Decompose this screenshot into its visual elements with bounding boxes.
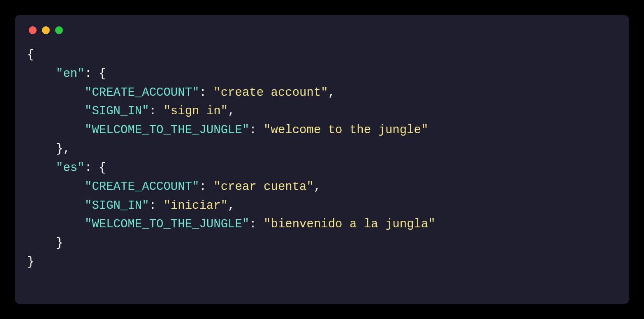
- colon: :: [199, 86, 213, 99]
- comma: ,: [228, 199, 235, 213]
- code-line: "WELCOME_TO_THE_JUNGLE": "welcome to the…: [27, 121, 617, 140]
- json-key-create-account: "CREATE_ACCOUNT": [85, 180, 199, 194]
- json-key-en: "en": [56, 67, 85, 81]
- comma: ,: [228, 104, 235, 118]
- json-key-welcome: "WELCOME_TO_THE_JUNGLE": [85, 217, 249, 231]
- colon-open: : {: [85, 161, 106, 175]
- close-icon[interactable]: [29, 26, 37, 34]
- colon: :: [149, 104, 164, 118]
- minimize-icon[interactable]: [42, 26, 50, 34]
- code-line: }: [27, 234, 617, 253]
- colon: :: [149, 199, 164, 213]
- code-window: { "en": { "CREATE_ACCOUNT": "create acco…: [15, 15, 629, 304]
- json-key-sign-in: "SIGN_IN": [85, 199, 149, 213]
- window-titlebar: [27, 24, 617, 46]
- brace-close-comma: },: [56, 142, 70, 156]
- code-line: "CREATE_ACCOUNT": "create account",: [27, 83, 617, 102]
- code-line: "WELCOME_TO_THE_JUNGLE": "bienvenido a l…: [27, 215, 617, 234]
- json-key-es: "es": [56, 161, 85, 175]
- code-line: "SIGN_IN": "iniciar",: [27, 196, 617, 215]
- brace-close: }: [56, 236, 63, 250]
- colon: :: [199, 180, 213, 194]
- code-line: "CREATE_ACCOUNT": "crear cuenta",: [27, 178, 617, 196]
- brace-open: {: [27, 48, 34, 62]
- json-value: "iniciar": [163, 199, 228, 213]
- colon-open: : {: [85, 67, 106, 81]
- json-value: "create account": [213, 86, 328, 99]
- json-key-welcome: "WELCOME_TO_THE_JUNGLE": [85, 123, 249, 137]
- colon: :: [249, 123, 264, 137]
- brace-close: }: [27, 255, 34, 269]
- code-line: }: [27, 253, 617, 272]
- code-line: },: [27, 140, 617, 159]
- code-line: {: [27, 46, 617, 65]
- json-key-create-account: "CREATE_ACCOUNT": [85, 86, 199, 99]
- json-key-sign-in: "SIGN_IN": [85, 104, 149, 118]
- maximize-icon[interactable]: [55, 26, 63, 34]
- code-line: "SIGN_IN": "sign in",: [27, 102, 617, 121]
- json-value: "welcome to the jungle": [264, 123, 428, 137]
- comma: ,: [328, 86, 335, 99]
- code-line: "en": {: [27, 65, 617, 83]
- code-line: "es": {: [27, 159, 617, 178]
- json-value: "bienvenido a la jungla": [264, 217, 436, 231]
- code-block: { "en": { "CREATE_ACCOUNT": "create acco…: [27, 46, 617, 272]
- json-value: "sign in": [163, 104, 228, 118]
- json-value: "crear cuenta": [213, 180, 314, 194]
- comma: ,: [314, 180, 321, 194]
- colon: :: [249, 217, 264, 231]
